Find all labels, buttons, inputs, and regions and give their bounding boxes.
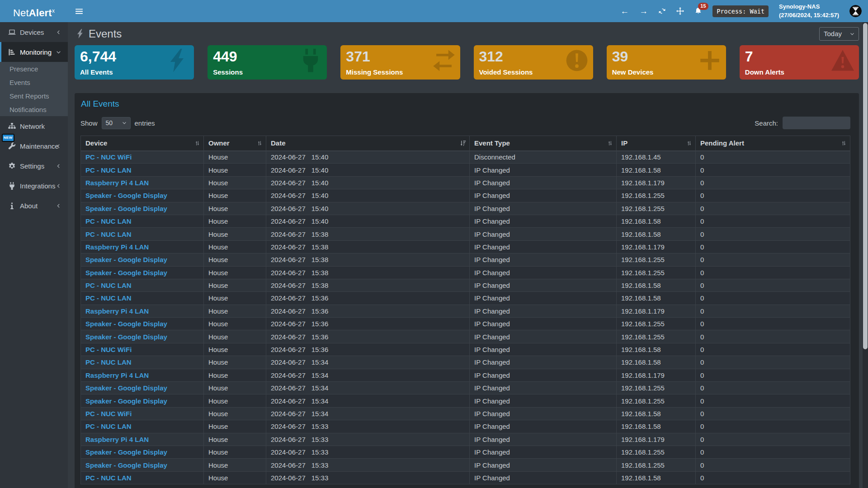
- device-link[interactable]: Raspberry Pi 4 LAN: [85, 307, 149, 315]
- sidebar-subitem-notifications[interactable]: Notifications: [0, 103, 68, 116]
- sidebar-subitem-events[interactable]: Events: [0, 75, 68, 89]
- period-selector[interactable]: Today: [819, 27, 859, 41]
- stat-card-label: Missing Sessions: [346, 68, 403, 76]
- date-value: 2024-06-27: [271, 166, 306, 174]
- ip-cell: 192.168.1.255: [617, 189, 696, 202]
- brand-logo[interactable]: NetAlertx: [0, 0, 68, 22]
- page-size-select[interactable]: 50: [102, 117, 131, 129]
- device-link[interactable]: Raspberry Pi 4 LAN: [85, 436, 149, 443]
- device-link[interactable]: Raspberry Pi 4 LAN: [85, 243, 149, 251]
- device-link[interactable]: Speaker - Google Display: [85, 384, 167, 392]
- gear-icon: [8, 162, 16, 170]
- date-value: 2024-06-27: [271, 358, 306, 366]
- stat-card-missing-sessions[interactable]: 371Missing Sessions: [340, 45, 460, 80]
- pending-alert-cell: 0: [696, 356, 850, 369]
- user-avatar[interactable]: [849, 5, 862, 17]
- date-cell: 2024-06-2715:33: [266, 433, 470, 446]
- stat-card-voided-sessions[interactable]: 312Voided Sessions: [474, 45, 593, 80]
- sidebar-toggle-button[interactable]: [75, 7, 83, 15]
- date-cell: 2024-06-2715:34: [266, 369, 470, 381]
- date-cell: 2024-06-2715:36: [266, 305, 470, 317]
- device-cell: Raspberry Pi 4 LAN: [81, 369, 204, 381]
- column-header-owner[interactable]: Owner: [204, 136, 266, 151]
- device-link[interactable]: Speaker - Google Display: [85, 320, 167, 328]
- column-header-ip[interactable]: IP: [617, 136, 696, 151]
- device-link[interactable]: PC - NUC WiFi: [85, 346, 132, 353]
- scrollbar-thumb[interactable]: [863, 23, 868, 349]
- ip-cell: 192.168.1.45: [617, 151, 696, 164]
- owner-cell: House: [204, 266, 266, 279]
- column-header-date[interactable]: Date: [266, 136, 470, 151]
- chevron-left-icon: [56, 144, 61, 149]
- sidebar-item-devices[interactable]: Devices: [0, 22, 68, 42]
- device-cell: PC - NUC WiFi: [81, 407, 204, 420]
- device-link[interactable]: PC - NUC LAN: [85, 230, 132, 238]
- owner-cell: House: [204, 240, 266, 253]
- device-link[interactable]: PC - NUC LAN: [85, 422, 132, 430]
- device-link[interactable]: Raspberry Pi 4 LAN: [85, 371, 149, 379]
- pending-alert-cell: 0: [696, 228, 850, 240]
- time-value: 15:36: [311, 307, 329, 315]
- sidebar-item-label: Monitoring: [20, 48, 52, 56]
- column-header-event-type[interactable]: Event Type: [470, 136, 617, 151]
- nav-forward-button[interactable]: →: [639, 7, 648, 15]
- pending-alert-cell: 0: [696, 164, 850, 176]
- notifications-bell-button[interactable]: 15: [694, 7, 702, 15]
- device-link[interactable]: Speaker - Google Display: [85, 461, 167, 469]
- sidebar-subitem-presence[interactable]: Presence: [0, 62, 68, 75]
- date-cell: 2024-06-2715:40: [266, 151, 470, 164]
- sidebar-item-maintenance[interactable]: MaintenanceNEW: [0, 136, 68, 156]
- column-header-pending-alert[interactable]: Pending Alert: [696, 136, 850, 151]
- sidebar-item-integrations[interactable]: Integrations: [0, 176, 68, 196]
- panel-title: All Events: [81, 99, 850, 109]
- device-link[interactable]: PC - NUC LAN: [85, 166, 132, 174]
- search-input[interactable]: [783, 117, 850, 129]
- date-value: 2024-06-27: [271, 269, 306, 277]
- event-type-cell: IP Changed: [470, 356, 617, 369]
- date-value: 2024-06-27: [271, 205, 306, 212]
- table-row: Speaker - Google DisplayHouse2024-06-271…: [81, 253, 850, 266]
- refresh-button[interactable]: [658, 7, 666, 15]
- nav-back-button[interactable]: ←: [620, 7, 629, 15]
- device-link[interactable]: Speaker - Google Display: [85, 397, 167, 405]
- column-header-device[interactable]: Device: [81, 136, 204, 151]
- device-link[interactable]: PC - NUC LAN: [85, 282, 132, 289]
- date-cell: 2024-06-2715:36: [266, 343, 470, 356]
- time-value: 15:36: [311, 333, 329, 341]
- stat-card-all-events[interactable]: 6,744All Events: [75, 45, 194, 80]
- device-link[interactable]: Speaker - Google Display: [85, 448, 167, 456]
- device-link[interactable]: Speaker - Google Display: [85, 256, 167, 263]
- sidebar-item-settings[interactable]: Settings: [0, 156, 68, 176]
- sidebar-item-network[interactable]: Network: [0, 116, 68, 136]
- stat-card-label: Sessions: [213, 68, 243, 76]
- owner-cell: House: [204, 189, 266, 202]
- device-link[interactable]: Speaker - Google Display: [85, 192, 167, 199]
- device-link[interactable]: PC - NUC LAN: [85, 474, 132, 482]
- stat-card-new-devices[interactable]: 39New Devices: [607, 45, 726, 80]
- host-info: Synology-NAS (27/06/2024, 15:42:57): [779, 3, 839, 19]
- sidebar-item-about[interactable]: About: [0, 196, 68, 216]
- device-link[interactable]: Speaker - Google Display: [85, 269, 167, 277]
- ip-cell: 192.168.1.179: [617, 240, 696, 253]
- laptop-icon: [8, 28, 16, 36]
- device-link[interactable]: PC - NUC LAN: [85, 217, 132, 225]
- device-link[interactable]: PC - NUC LAN: [85, 358, 132, 366]
- vertical-scrollbar[interactable]: [863, 22, 868, 488]
- sidebar-item-monitoring[interactable]: Monitoring: [0, 42, 68, 62]
- stat-card-down-alerts[interactable]: 7Down Alerts: [740, 45, 859, 80]
- owner-cell: House: [204, 305, 266, 317]
- table-row: Speaker - Google DisplayHouse2024-06-271…: [81, 202, 850, 215]
- device-link[interactable]: PC - NUC WiFi: [85, 153, 132, 161]
- device-link[interactable]: Speaker - Google Display: [85, 333, 167, 341]
- table-row: PC - NUC LANHouse2024-06-2715:33IP Chang…: [81, 471, 850, 484]
- date-value: 2024-06-27: [271, 243, 306, 251]
- stat-card-sessions[interactable]: 449Sessions: [208, 45, 327, 80]
- device-link[interactable]: PC - NUC LAN: [85, 294, 132, 302]
- device-link[interactable]: Raspberry Pi 4 LAN: [85, 179, 149, 187]
- move-fullscreen-button[interactable]: [676, 7, 684, 15]
- device-link[interactable]: Speaker - Google Display: [85, 205, 167, 212]
- pending-alert-cell: 0: [696, 446, 850, 458]
- sidebar-subitem-sent-reports[interactable]: Sent Reports: [0, 89, 68, 103]
- device-link[interactable]: PC - NUC WiFi: [85, 410, 132, 418]
- pending-alert-cell: 0: [696, 382, 850, 394]
